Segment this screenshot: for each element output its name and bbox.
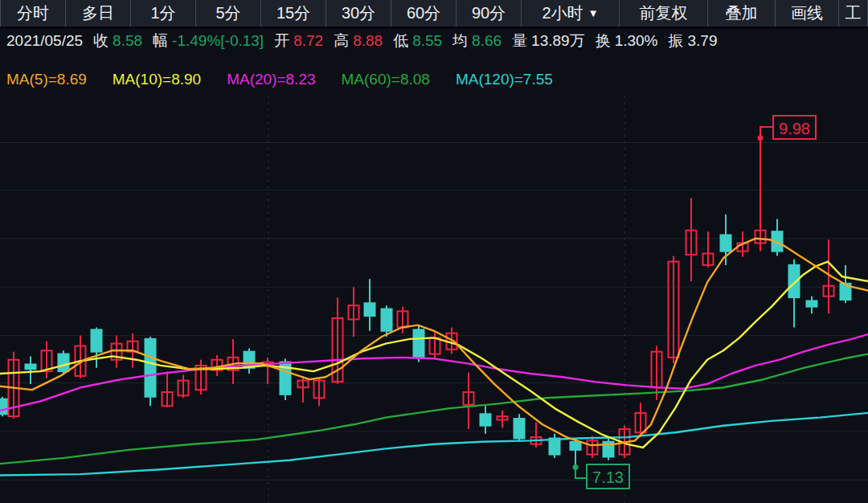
candle-down (365, 303, 375, 316)
tab-label: 分时 (17, 2, 49, 24)
tab-30min[interactable]: 30分 (326, 0, 391, 27)
stat-value: 1.30% (615, 32, 658, 50)
tab-label: 画线 (791, 2, 823, 24)
tab-2hour[interactable]: 2小时▼ (522, 0, 620, 27)
annotation-dot (758, 135, 764, 141)
ma20-legend: MA(20)=8.23 (227, 71, 315, 88)
stat-label: 幅 (153, 31, 168, 51)
tab-label: 60分 (407, 2, 440, 24)
tab-5min[interactable]: 5分 (196, 0, 261, 27)
stat-value: 8.72 (293, 32, 323, 50)
tab-label: 90分 (472, 2, 506, 24)
stat-avg: 均8.66 (452, 31, 502, 51)
tab-minute-view[interactable]: 分时 (0, 0, 66, 27)
candle-down (0, 399, 8, 415)
stat-value: 8.88 (353, 32, 383, 50)
stat-value: 8.58 (113, 32, 142, 50)
annotation-dot (573, 464, 579, 470)
stat-amplitude: 振3.79 (669, 31, 718, 51)
stat-label: 量 (512, 31, 527, 51)
candle-down (414, 329, 424, 358)
candle-down (59, 354, 69, 372)
stat-label: 均 (452, 31, 468, 51)
stat-label: 低 (393, 31, 408, 51)
candle-down (807, 301, 817, 306)
stats-bar: 2021/05/25 收8.58幅-1.49%[-0.13]开8.72高8.88… (0, 29, 868, 53)
tab-label: 工 (845, 2, 862, 24)
ma60-legend: MA(60)=8.08 (342, 71, 430, 88)
tab-label: 前复权 (640, 2, 688, 24)
candle-down (382, 309, 392, 331)
tab-forward-adjust[interactable]: 前复权 (620, 0, 708, 27)
high-label: 9.98 (779, 120, 810, 137)
ma-legend: MA(5)=8.69MA(10)=8.90MA(20)=8.23MA(60)=8… (0, 67, 868, 92)
stat-close: 收8.58 (93, 31, 142, 51)
stat-value: 13.89万 (531, 31, 585, 51)
tab-label: 1分 (150, 2, 175, 24)
stat-label: 振 (669, 31, 684, 51)
timeframe-tabbar: 分时多日1分5分15分30分60分90分2小时▼前复权叠加画线工 (0, 0, 868, 29)
low-label: 7.13 (592, 468, 624, 486)
stat-label: 高 (334, 31, 349, 51)
stat-label: 收 (93, 31, 108, 51)
stat-turnover: 换1.30% (596, 31, 658, 51)
tab-90min[interactable]: 90分 (457, 0, 522, 27)
candle-down (550, 439, 560, 455)
tab-label: 5分 (215, 2, 240, 24)
stat-label: 换 (596, 31, 611, 51)
candle-down (481, 414, 491, 425)
tab-tools[interactable]: 工 (839, 0, 868, 27)
ma120-legend: MA(120)=7.55 (456, 71, 553, 88)
candle-down (92, 329, 102, 351)
ma10-legend: MA(10)=8.90 (113, 71, 201, 88)
stat-value: -1.49%[-0.13] (172, 32, 264, 50)
tab-label: 叠加 (726, 2, 758, 24)
tab-draw-line[interactable]: 画线 (776, 0, 839, 27)
candle-down (571, 442, 581, 450)
candle-down (145, 339, 156, 397)
tab-multi-day[interactable]: 多日 (66, 0, 131, 27)
selected-date: 2021/05/25 (6, 32, 83, 50)
tab-label: 15分 (276, 2, 310, 24)
stat-label: 开 (274, 31, 289, 51)
candle-down (514, 419, 525, 438)
tab-label: 2小时 (542, 2, 583, 24)
ma5-legend: MA(5)=8.69 (6, 71, 87, 88)
stat-low: 低8.55 (393, 31, 442, 51)
stat-open: 开8.72 (274, 31, 323, 51)
ma120-line (0, 413, 868, 476)
tab-1min[interactable]: 1分 (131, 0, 196, 27)
stat-value: 3.79 (688, 32, 718, 50)
stat-change: 幅-1.49%[-0.13] (153, 31, 264, 51)
stock-chart-app: 9.987.13 分时多日1分5分15分30分60分90分2小时▼前复权叠加画线… (0, 0, 868, 503)
chevron-down-icon: ▼ (588, 8, 599, 18)
stat-volume: 量13.89万 (512, 31, 585, 51)
stat-value: 8.66 (472, 32, 502, 50)
tab-overlay[interactable]: 叠加 (708, 0, 776, 27)
tab-15min[interactable]: 15分 (261, 0, 326, 27)
stat-value: 8.55 (412, 32, 442, 50)
tab-label: 30分 (342, 2, 375, 24)
stat-high: 高8.88 (334, 31, 383, 51)
candle-down (26, 365, 36, 370)
tab-label: 多日 (82, 2, 114, 24)
candle-down (721, 235, 731, 251)
tab-60min[interactable]: 60分 (391, 0, 457, 27)
